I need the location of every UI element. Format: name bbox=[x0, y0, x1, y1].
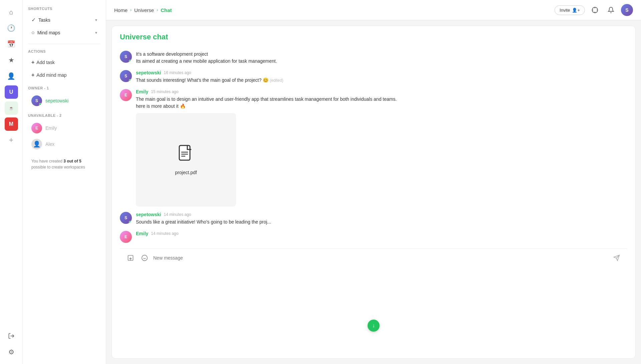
chat-title: Universe chat bbox=[120, 33, 627, 45]
msg-4-online-dot bbox=[129, 221, 132, 224]
add-task-plus-icon: + bbox=[31, 59, 34, 65]
breadcrumb-universe[interactable]: Universe bbox=[134, 7, 154, 13]
msg-4-username: sepetowski bbox=[136, 212, 161, 217]
emily-avatar: E bbox=[31, 123, 42, 133]
emily-member-item[interactable]: E Emily bbox=[28, 121, 100, 135]
logout-btn[interactable] bbox=[5, 329, 18, 343]
message-group-2: S sepetowski 16 minutes ago That sounds … bbox=[120, 70, 627, 84]
msg-4-text: Sounds like a great initiative! Who's go… bbox=[136, 219, 627, 226]
msg-4-content: sepetowski 14 minutes ago Sounds like a … bbox=[136, 212, 627, 226]
message-input-bar bbox=[120, 248, 627, 267]
header: Home › Universe › Chat Invite 👤+ S bbox=[106, 0, 641, 20]
left-panel: SHORTCUTS ✓ Tasks ▾ ○ Mind maps ▾ ACTION… bbox=[23, 0, 106, 364]
message-input[interactable] bbox=[153, 255, 608, 261]
clock-nav-btn[interactable]: 🕐 bbox=[5, 21, 18, 35]
msg-3-header: Emily 15 minutes ago bbox=[136, 89, 627, 94]
star-nav-btn[interactable]: ★ bbox=[5, 53, 18, 67]
user-avatar-header[interactable]: S bbox=[621, 4, 633, 16]
msg-4-time: 14 minutes ago bbox=[164, 212, 191, 217]
file-attachment[interactable]: project.pdf bbox=[136, 113, 236, 207]
owner-online-dot bbox=[39, 103, 42, 106]
invite-button[interactable]: Invite 👤+ bbox=[555, 5, 585, 15]
tasks-label: Tasks bbox=[38, 17, 50, 23]
breadcrumb: Home › Universe › Chat bbox=[114, 7, 172, 13]
scroll-bottom-btn[interactable]: ↓ bbox=[368, 320, 380, 332]
alex-member-item[interactable]: 👤 Alex bbox=[28, 137, 100, 151]
msg-5-avatar: E bbox=[120, 231, 132, 243]
send-btn[interactable] bbox=[611, 253, 622, 263]
user-nav-btn[interactable]: 👤 bbox=[5, 69, 18, 83]
add-mindmap-plus-icon: + bbox=[31, 72, 34, 78]
settings-btn[interactable]: ⚙ bbox=[5, 345, 18, 359]
msg-3-content: Emily 15 minutes ago The main goal is to… bbox=[136, 89, 627, 207]
msg-1-avatar: S bbox=[120, 51, 132, 63]
msg-5-content: Emily 14 minutes ago bbox=[136, 231, 627, 243]
message-group-3: E Emily 15 minutes ago The main goal is … bbox=[120, 89, 627, 207]
owner-avatar: S bbox=[31, 95, 42, 106]
owner-name: sepetowski bbox=[45, 98, 68, 103]
msg-2-header: sepetowski 16 minutes ago bbox=[136, 70, 627, 75]
tasks-icon: ✓ bbox=[31, 17, 36, 23]
file-name: project.pdf bbox=[175, 170, 197, 175]
emoji-btn[interactable] bbox=[139, 253, 150, 263]
tasks-chevron-icon: ▾ bbox=[95, 18, 97, 22]
msg-1-text2: Its aimed at creating a new mobile appli… bbox=[136, 58, 627, 65]
msg-3-text1: The main goal is to design an intuitive … bbox=[136, 96, 627, 103]
owner-label: OWNER - 1 bbox=[28, 86, 100, 90]
svg-rect-6 bbox=[179, 145, 190, 160]
home-nav-btn[interactable]: ⌂ bbox=[5, 5, 18, 19]
add-workspace-btn[interactable]: + bbox=[5, 133, 18, 147]
add-task-btn[interactable]: + Add task bbox=[28, 57, 100, 68]
msg-1-text1: It's a software development project bbox=[136, 51, 627, 58]
msg-4-header: sepetowski 14 minutes ago bbox=[136, 212, 627, 217]
header-actions: Invite 👤+ S bbox=[555, 4, 633, 16]
calendar-nav-btn[interactable]: 📅 bbox=[5, 37, 18, 51]
add-mindmap-btn[interactable]: + Add mind map bbox=[28, 69, 100, 81]
mindmaps-label: Mind maps bbox=[37, 30, 60, 35]
owner-member-item[interactable]: S sepetowski bbox=[28, 93, 100, 108]
msg-2-edited: (edited) bbox=[270, 78, 283, 83]
msg-5-username: Emily bbox=[136, 231, 148, 236]
alex-avatar: 👤 bbox=[31, 139, 42, 149]
unavailable-label: UNAVAILABLE - 2 bbox=[28, 113, 100, 117]
msg-1-online-dot bbox=[129, 60, 132, 62]
msg-3-time: 15 minutes ago bbox=[151, 89, 178, 94]
msg-5-time: 14 minutes ago bbox=[151, 231, 178, 236]
msg-3-text2: here is more about it 🔥 bbox=[136, 103, 627, 110]
message-group-4: S sepetowski 14 minutes ago Sounds like … bbox=[120, 212, 627, 226]
msg-2-time: 16 minutes ago bbox=[164, 70, 191, 75]
mindmaps-icon: ○ bbox=[31, 30, 35, 36]
bell-icon-btn[interactable] bbox=[605, 4, 617, 16]
actions-label: ACTIONS bbox=[28, 49, 100, 53]
invite-label: Invite bbox=[560, 8, 570, 13]
emily-name: Emily bbox=[45, 125, 57, 131]
java-workspace-btn[interactable]: ☕ bbox=[5, 101, 18, 115]
msg-3-username: Emily bbox=[136, 89, 148, 94]
mindmaps-nav-item[interactable]: ○ Mind maps ▾ bbox=[28, 27, 100, 38]
u-workspace-btn[interactable]: U bbox=[5, 85, 18, 99]
msg-2-text: That sounds interesting! What's the main… bbox=[136, 77, 627, 84]
msg-2-online-dot bbox=[129, 79, 132, 82]
breadcrumb-chat: Chat bbox=[161, 7, 172, 13]
m-workspace-btn[interactable]: M bbox=[5, 117, 18, 131]
add-mindmap-label: Add mind map bbox=[36, 72, 66, 78]
mindmaps-chevron-icon: ▾ bbox=[95, 30, 97, 35]
breadcrumb-home[interactable]: Home bbox=[114, 7, 128, 13]
message-group-5: E Emily 14 minutes ago bbox=[120, 231, 627, 243]
msg-2-content: sepetowski 16 minutes ago That sounds in… bbox=[136, 70, 627, 84]
tasks-nav-item[interactable]: ✓ Tasks ▾ bbox=[28, 14, 100, 26]
msg-5-header: Emily 14 minutes ago bbox=[136, 231, 627, 236]
workspace-count-text: You have created 3 out of 5 possible to … bbox=[28, 153, 100, 175]
file-doc-icon bbox=[178, 145, 194, 167]
svg-point-12 bbox=[142, 255, 148, 261]
msg-2-username: sepetowski bbox=[136, 70, 161, 75]
msg-1-content: It's a software development project Its … bbox=[136, 51, 627, 65]
crosshair-icon-btn[interactable] bbox=[589, 4, 601, 16]
chat-container[interactable]: Universe chat S It's a software developm… bbox=[112, 26, 636, 359]
msg-4-avatar: S bbox=[120, 212, 132, 224]
msg-3-avatar: E bbox=[120, 89, 132, 101]
icon-sidebar: ⌂ 🕐 📅 ★ 👤 U ☕ M + ⚙ bbox=[0, 0, 23, 364]
invite-person-icon: 👤+ bbox=[572, 8, 580, 13]
divider-1 bbox=[28, 44, 100, 44]
upload-btn[interactable] bbox=[125, 253, 136, 263]
